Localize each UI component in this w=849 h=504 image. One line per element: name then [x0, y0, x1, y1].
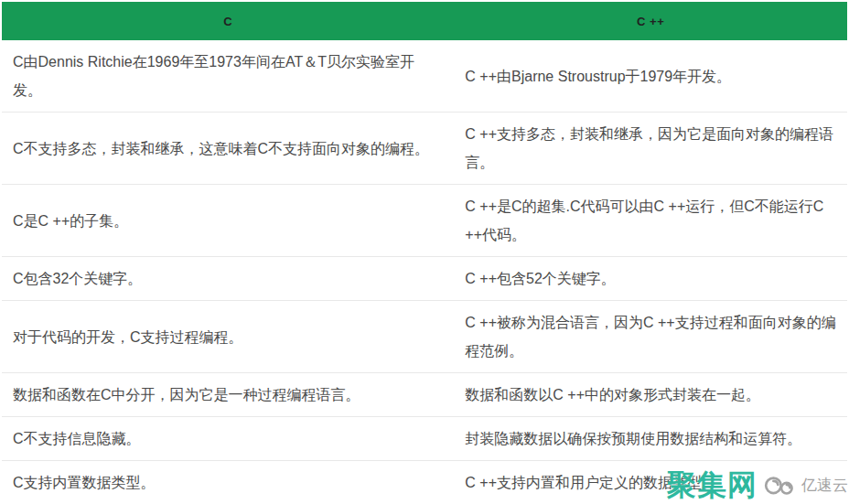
- cell-cpp: C ++包含52个关键字。: [454, 257, 847, 301]
- table-row: C不支持信息隐藏。 封装隐藏数据以确保按预期使用数据结构和运算符。: [2, 417, 847, 461]
- cell-cpp: 数据和函数以C ++中的对象形式封装在一起。: [454, 373, 847, 417]
- cell-c: C是C ++的子集。: [2, 185, 454, 257]
- table-row: 对于代码的开发，C支持过程编程。 C ++被称为混合语言，因为C ++支持过程和…: [2, 301, 847, 373]
- cell-cpp: C ++支持内置和用户定义的数据类型。: [454, 461, 847, 504]
- column-header-cpp: C ++: [454, 2, 847, 40]
- c-vs-cpp-comparison-table: C C ++ C由Dennis Ritchie在1969年至1973年间在AT＆…: [2, 2, 847, 504]
- page: C C ++ C由Dennis Ritchie在1969年至1973年间在AT＆…: [0, 0, 849, 504]
- cell-cpp: C ++是C的超集.C代码可以由C ++运行，但C不能运行C ++代码。: [454, 185, 847, 257]
- table-row: 数据和函数在C中分开，因为它是一种过程编程语言。 数据和函数以C ++中的对象形…: [2, 373, 847, 417]
- table-row: C不支持多态，封装和继承，这意味着C不支持面向对象的编程。 C ++支持多态，封…: [2, 113, 847, 185]
- cell-cpp: C ++被称为混合语言，因为C ++支持过程和面向对象的编程范例。: [454, 301, 847, 373]
- column-header-c: C: [2, 2, 454, 40]
- table-row: C支持内置数据类型。 C ++支持内置和用户定义的数据类型。: [2, 461, 847, 504]
- cell-c: C支持内置数据类型。: [2, 461, 454, 504]
- table-row: C由Dennis Ritchie在1969年至1973年间在AT＆T贝尔实验室开…: [2, 40, 847, 113]
- cell-c: C不支持信息隐藏。: [2, 417, 454, 461]
- table-row: C包含32个关键字。 C ++包含52个关键字。: [2, 257, 847, 301]
- cell-c: C由Dennis Ritchie在1969年至1973年间在AT＆T贝尔实验室开…: [2, 40, 454, 113]
- table-header-row: C C ++: [2, 2, 847, 40]
- cell-c: C不支持多态，封装和继承，这意味着C不支持面向对象的编程。: [2, 113, 454, 185]
- cell-cpp: C ++由Bjarne Stroustrup于1979年开发。: [454, 40, 847, 113]
- cell-c: 对于代码的开发，C支持过程编程。: [2, 301, 454, 373]
- table-row: C是C ++的子集。 C ++是C的超集.C代码可以由C ++运行，但C不能运行…: [2, 185, 847, 257]
- cell-c: C包含32个关键字。: [2, 257, 454, 301]
- cell-cpp: 封装隐藏数据以确保按预期使用数据结构和运算符。: [454, 417, 847, 461]
- cell-c: 数据和函数在C中分开，因为它是一种过程编程语言。: [2, 373, 454, 417]
- cell-cpp: C ++支持多态，封装和继承，因为它是面向对象的编程语言。: [454, 113, 847, 185]
